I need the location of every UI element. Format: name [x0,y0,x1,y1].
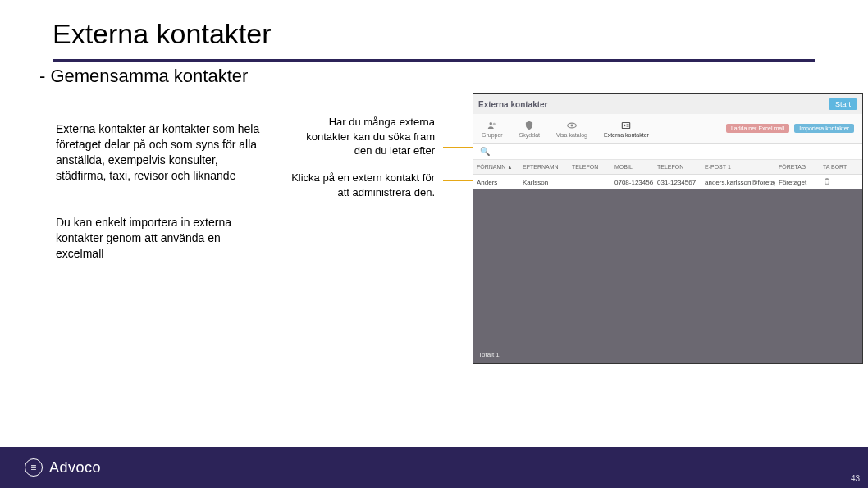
cell-tabort[interactable] [820,177,862,187]
tab-label: Grupper [482,132,503,138]
users-icon [487,120,498,131]
paragraph-1: Externa kontakter är kontakter som hela … [56,121,269,184]
tab-label: Visa katalog [556,132,587,138]
page-number: 43 [851,474,860,483]
svg-point-1 [493,122,496,125]
brand-logo: ≡ Advoco [25,458,101,477]
cell-mobil: 0708-123456 [611,179,654,186]
tab-externa-kontakter[interactable]: Externa kontakter [604,120,649,138]
table-row[interactable]: Anders Karlsson 0708-123456 031-1234567 … [473,175,862,189]
eye-icon [566,120,578,131]
table-header: FÖRNAMN▲ EFTERNAMN TELEFON MOBIL TELEFON… [473,160,862,175]
col-telefon2[interactable]: TELEFON [654,164,701,170]
svg-point-5 [624,124,626,125]
tab-label: Skyddat [519,132,540,138]
search-bar[interactable]: 🔍 [473,144,862,160]
callout-search: Har du många externa kontakter kan du sö… [291,115,435,158]
col-tabort[interactable]: TA BORT [820,164,862,170]
brand-bar: ≡ Advoco 43 [0,447,868,488]
paragraph-2: Du kan enkelt importera in externa konta… [56,215,269,262]
shield-icon [523,120,535,131]
app-screenshot: Externa kontakter Start Grupper Skyddat … [473,93,863,364]
import-contacts-button[interactable]: Importera kontakter [794,124,854,133]
col-epost[interactable]: E-POST 1 [701,164,775,170]
cell-fornamn: Anders [473,179,519,186]
col-mobil[interactable]: MOBIL [611,164,654,170]
app-window-title: Externa kontakter [478,100,547,109]
search-icon: 🔍 [480,147,490,156]
callout-admin: Klicka på en extern kontakt för att admi… [291,171,435,199]
title-underline [53,59,815,62]
col-telefon[interactable]: TELEFON [569,164,611,170]
download-excel-button[interactable]: Ladda ner Excel mall [726,124,789,133]
tab-label: Externa kontakter [604,132,649,138]
tab-actions: Ladda ner Excel mall Importera kontakter [726,124,854,133]
slide-subtitle: - Gemensamma kontakter [39,66,248,87]
tab-skyddat[interactable]: Skyddat [519,120,540,138]
app-tabs: Grupper Skyddat Visa katalog Externa kon… [473,114,862,144]
start-button[interactable]: Start [829,98,857,110]
col-efternamn[interactable]: EFTERNAMN [519,164,569,170]
table-total: Totalt 1 [478,351,500,358]
delete-icon [823,177,831,185]
svg-rect-4 [623,122,630,128]
col-foretag[interactable]: FÖRETAG [775,164,820,170]
tab-visa-katalog[interactable]: Visa katalog [556,120,587,138]
cell-telefon2: 031-1234567 [654,179,701,186]
brand-name: Advoco [49,459,101,477]
app-titlebar: Externa kontakter Start [473,94,862,114]
cell-epost: anders.karlsson@foretaget.se [701,179,775,186]
brand-mark-icon: ≡ [25,458,43,477]
svg-point-3 [571,124,573,126]
col-fornamn[interactable]: FÖRNAMN▲ [473,164,519,170]
cell-efternamn: Karlsson [519,179,569,186]
sort-asc-icon: ▲ [507,165,512,170]
slide-title: Externa kontakter [53,18,271,50]
tab-grupper[interactable]: Grupper [482,120,503,138]
cell-foretag: Företaget [775,179,820,186]
id-icon [620,120,632,131]
svg-point-0 [489,121,492,125]
